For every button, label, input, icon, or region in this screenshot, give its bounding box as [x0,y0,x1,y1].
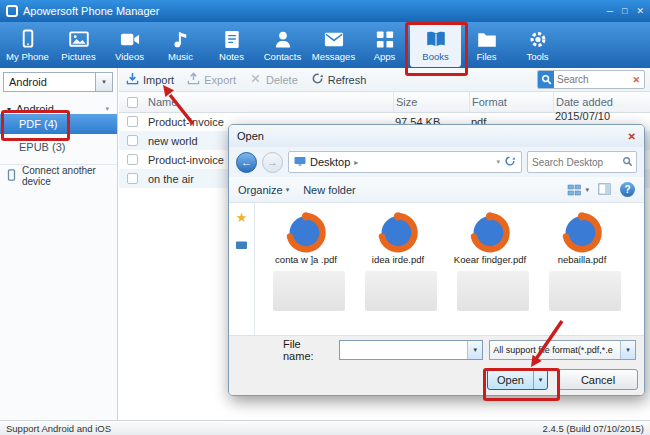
file-name-combobox[interactable]: ▾ [339,340,484,360]
minimize-button[interactable]: ─ [607,6,613,16]
tab-label: Music [168,51,193,62]
open-button-label[interactable]: Open [488,370,533,389]
cancel-button[interactable]: Cancel [558,369,638,390]
tab-tools[interactable]: Tools [512,22,563,68]
search-icon[interactable] [538,71,554,88]
window-title: Apowersoft Phone Manager [23,5,159,17]
file-type-value: All support file format(*.pdf,*.e [490,345,620,355]
import-button[interactable]: Import [126,72,174,87]
help-icon[interactable]: ? [620,182,635,197]
gear-icon [527,28,549,50]
dialog-close-icon[interactable]: ✕ [628,131,636,142]
file-name: Koear findger.pdf [454,255,526,266]
favorites-pane: ★ [229,203,255,335]
back-button[interactable]: ← [236,152,257,173]
file-name: nebailla.pdf [558,255,607,266]
tab-contacts[interactable]: Contacts [257,22,308,68]
row-checkbox[interactable] [127,116,138,127]
device-selector[interactable]: Android ▾ [3,72,113,92]
refresh-button[interactable]: Refresh [311,72,367,87]
open-button[interactable]: Open ▾ [487,369,548,390]
expander-icon[interactable]: ▾ [7,105,11,114]
preview-pane-button[interactable] [598,183,611,197]
dialog-title-bar[interactable]: Open ✕ [229,125,644,147]
tab-messages[interactable]: Messages [308,22,359,68]
close-button[interactable]: ✕ [636,6,644,16]
breadcrumb[interactable]: Desktop [310,156,350,168]
column-header-format[interactable]: Format [469,92,553,112]
status-version: 2.4.5 (Build 07/10/2015) [543,423,644,434]
apps-grid-icon [374,28,396,50]
maximize-button[interactable]: □ [622,6,627,16]
organize-button[interactable]: Organize ▾ [238,184,289,196]
import-icon [126,72,139,87]
clear-search-icon[interactable]: ✕ [632,75,644,85]
sidebar-item-epub[interactable]: EPUB (3) [0,137,117,157]
file-name-input[interactable] [340,345,468,356]
loading-thumbnail [365,271,437,311]
tab-books[interactable]: Books [410,23,461,67]
chevron-down-icon[interactable]: ▾ [496,158,500,166]
search-input[interactable] [554,74,632,85]
video-icon [119,28,141,50]
new-folder-button[interactable]: New folder [303,184,356,196]
book-icon [425,28,447,50]
tab-label: Apps [374,51,396,62]
delete-button[interactable]: Delete [249,72,298,87]
row-checkbox[interactable] [127,135,138,146]
search-box[interactable]: ✕ [537,70,645,89]
change-view-button[interactable]: ▾ [567,184,589,196]
tab-label: Videos [115,51,144,62]
open-file-dialog: Open ✕ ← → Desktop ▸ ▾ Organize ▾ New fo… [228,124,645,396]
new-folder-label: New folder [303,184,356,196]
sidebar-item-pdf[interactable]: PDF (4) [0,114,117,134]
file-item[interactable]: conta w ]a .pdf [265,209,347,266]
file-item[interactable]: nebailla.pdf [541,209,623,266]
chevron-down-icon: ▾ [585,186,589,194]
connect-another-device[interactable]: Connect another device [0,164,117,186]
file-browser-area: conta w ]a .pdf idea irde.pdf Koear find… [255,203,644,335]
refresh-icon[interactable] [504,155,516,169]
chevron-right-icon[interactable]: ▸ [354,158,358,167]
column-header-name[interactable]: Name [146,96,393,108]
tab-music[interactable]: Music [155,22,206,68]
export-button[interactable]: Export [187,72,236,87]
tab-files[interactable]: Files [461,22,512,68]
export-icon [187,72,200,87]
file-type-dropdown[interactable]: All support file format(*.pdf,*.e ▾ [489,340,636,360]
tab-label: Pictures [61,51,95,62]
chevron-down-icon[interactable]: ▾ [467,341,482,359]
tab-label: Messages [312,51,355,62]
dialog-title: Open [237,130,264,142]
dialog-buttons-row: Open ▾ Cancel [229,364,644,395]
select-all-checkbox[interactable] [127,97,138,108]
tab-label: Books [422,51,448,62]
tab-notes[interactable]: Notes [206,22,257,68]
dialog-search-input[interactable] [528,157,622,168]
libraries-icon[interactable] [235,236,248,254]
row-checkbox[interactable] [127,154,138,165]
tab-label: Files [476,51,496,62]
organize-label: Organize [238,184,283,196]
dialog-toolbar: Organize ▾ New folder ▾ ? [229,177,644,203]
favorites-star-icon[interactable]: ★ [236,211,248,224]
file-item[interactable]: Koear findger.pdf [449,209,531,266]
connect-device-icon [6,169,17,183]
dialog-search-box[interactable] [527,151,637,173]
tab-apps[interactable]: Apps [359,22,410,68]
address-bar[interactable]: Desktop ▸ ▾ [288,151,522,173]
tab-videos[interactable]: Videos [104,22,155,68]
tab-pictures[interactable]: Pictures [53,22,104,68]
file-item[interactable]: idea irde.pdf [357,209,439,266]
tab-my-phone[interactable]: My Phone [2,22,53,68]
chevron-down-icon[interactable]: ▾ [95,73,112,91]
refresh-icon [311,72,324,87]
picture-icon [68,28,90,50]
row-checkbox[interactable] [127,173,138,184]
chevron-down-icon[interactable]: ▾ [620,341,635,359]
file-name-label: File name: [283,338,333,362]
search-icon [622,153,633,171]
forward-button[interactable]: → [262,152,283,173]
column-header-size[interactable]: Size [393,92,469,112]
open-split-chevron-icon[interactable]: ▾ [533,370,547,389]
